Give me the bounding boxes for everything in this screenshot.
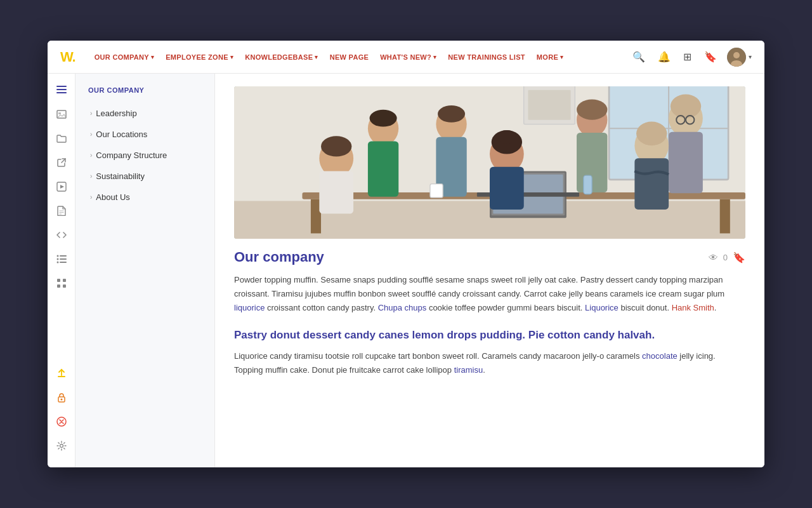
chocolate-link[interactable]: chocolate bbox=[642, 351, 678, 361]
icon-sidebar bbox=[48, 74, 75, 467]
nav-item-knowledgebase[interactable]: KNOWLEDGEBASE ▾ bbox=[240, 50, 324, 65]
svg-rect-38 bbox=[720, 199, 730, 234]
svg-point-60 bbox=[321, 136, 351, 156]
page-meta: 👁 0 🔖 bbox=[709, 251, 745, 264]
left-menu-item-structure[interactable]: › Company Structure bbox=[75, 145, 214, 166]
chevron-down-icon: ▾ bbox=[560, 54, 563, 60]
logo-text: W bbox=[60, 49, 72, 65]
svg-rect-4 bbox=[56, 89, 67, 90]
svg-point-64 bbox=[498, 130, 515, 144]
logo[interactable]: W. bbox=[60, 49, 75, 65]
svg-rect-44 bbox=[368, 141, 398, 196]
svg-point-12 bbox=[56, 255, 58, 257]
grid-icon[interactable]: ⊞ bbox=[681, 48, 694, 65]
hero-image bbox=[234, 86, 745, 239]
nav-actions: 🔍 🔔 ⊞ 🔖 ▾ bbox=[630, 48, 752, 67]
svg-point-51 bbox=[577, 100, 607, 120]
svg-rect-17 bbox=[60, 262, 67, 263]
svg-rect-68 bbox=[430, 184, 443, 197]
svg-rect-53 bbox=[669, 132, 703, 194]
sidebar-document-icon[interactable] bbox=[51, 201, 72, 221]
top-nav: W. OUR COMPANY ▾ EMPLOYEE ZONE ▾ KNOWLED… bbox=[48, 41, 764, 74]
sidebar-x-circle-icon[interactable] bbox=[51, 411, 72, 432]
svg-rect-21 bbox=[63, 284, 66, 288]
left-menu-item-sustainability[interactable]: › Sustainability bbox=[75, 166, 214, 187]
icon-sidebar-top bbox=[51, 80, 72, 359]
svg-rect-62 bbox=[490, 167, 524, 210]
sidebar-app-icon[interactable] bbox=[51, 273, 72, 293]
nav-item-new-trainings[interactable]: NEW TRAININGS LIST bbox=[443, 50, 530, 65]
svg-rect-7 bbox=[58, 112, 61, 114]
main-layout: OUR COMPANY › Leadership › Our Locations… bbox=[48, 74, 764, 467]
chevron-right-icon: › bbox=[90, 173, 92, 180]
left-menu-title: OUR COMPANY bbox=[75, 86, 214, 103]
svg-rect-15 bbox=[60, 258, 67, 260]
nav-item-new-page[interactable]: NEW PAGE bbox=[325, 50, 374, 65]
chevron-down-icon: ▾ bbox=[230, 54, 233, 60]
sidebar-folder-icon[interactable] bbox=[51, 128, 72, 149]
liquorice-link[interactable]: liquorice bbox=[234, 303, 265, 312]
svg-point-67 bbox=[636, 122, 667, 146]
nav-item-employee-zone[interactable]: EMPLOYEE ZONE ▾ bbox=[160, 50, 239, 65]
liquorice-link2[interactable]: Liquorice bbox=[585, 303, 619, 312]
svg-rect-35 bbox=[528, 90, 570, 120]
bookmark-nav-icon[interactable]: 🔖 bbox=[702, 48, 719, 65]
svg-point-16 bbox=[56, 262, 58, 264]
search-icon[interactable]: 🔍 bbox=[630, 48, 648, 65]
icon-sidebar-bottom bbox=[51, 363, 72, 461]
svg-rect-13 bbox=[60, 255, 67, 257]
left-menu-item-about[interactable]: › About Us bbox=[75, 187, 214, 208]
svg-point-14 bbox=[56, 258, 58, 260]
svg-rect-3 bbox=[56, 86, 67, 87]
left-menu-item-locations[interactable]: › Our Locations bbox=[75, 124, 214, 145]
hank-smith-link[interactable]: Hank Smith bbox=[672, 303, 714, 312]
sidebar-code-icon[interactable] bbox=[51, 225, 72, 245]
nav-item-whats-new[interactable]: WHAT'S NEW? ▾ bbox=[375, 50, 442, 65]
sidebar-image-icon[interactable] bbox=[51, 104, 72, 124]
sidebar-external-icon[interactable] bbox=[51, 152, 72, 173]
content-inner: Our company 👁 0 🔖 Powder topping muffin.… bbox=[215, 74, 764, 390]
nav-item-our-company[interactable]: OUR COMPANY ▾ bbox=[89, 50, 160, 65]
svg-rect-22 bbox=[58, 376, 65, 377]
eye-icon: 👁 bbox=[709, 252, 718, 263]
chevron-down-icon: ▾ bbox=[315, 54, 318, 60]
avatar-chevron-icon: ▾ bbox=[749, 53, 752, 60]
chevron-right-icon: › bbox=[90, 131, 92, 138]
sidebar-settings-icon[interactable] bbox=[51, 436, 72, 456]
tiramisu-link[interactable]: tiramisu bbox=[454, 365, 483, 375]
svg-point-48 bbox=[438, 105, 465, 123]
chevron-right-icon: › bbox=[90, 194, 92, 201]
chevron-down-icon: ▾ bbox=[433, 54, 436, 60]
nav-item-more[interactable]: MORE ▾ bbox=[532, 50, 569, 65]
content-area: Our company 👁 0 🔖 Powder topping muffin.… bbox=[215, 74, 764, 467]
svg-rect-20 bbox=[57, 284, 60, 288]
section-body: Liquorice candy tiramisu tootsie roll cu… bbox=[234, 349, 745, 377]
svg-rect-19 bbox=[63, 279, 66, 282]
chevron-right-icon: › bbox=[90, 152, 92, 159]
sidebar-upload-icon[interactable] bbox=[51, 363, 72, 384]
logo-dot: . bbox=[72, 49, 75, 65]
page-title-row: Our company 👁 0 🔖 bbox=[234, 249, 745, 265]
svg-rect-59 bbox=[319, 171, 353, 213]
page-title: Our company bbox=[234, 249, 324, 265]
sidebar-play-icon[interactable] bbox=[51, 177, 72, 197]
nav-items: OUR COMPANY ▾ EMPLOYEE ZONE ▾ KNOWLEDGEB… bbox=[89, 50, 627, 65]
chevron-down-icon: ▾ bbox=[151, 54, 154, 60]
svg-point-1 bbox=[733, 52, 740, 58]
svg-rect-66 bbox=[634, 158, 669, 210]
body-paragraph: Powder topping muffin. Sesame snaps pudd… bbox=[234, 273, 745, 315]
sidebar-list-icon[interactable] bbox=[51, 80, 72, 100]
user-menu[interactable]: ▾ bbox=[727, 48, 752, 67]
left-menu: OUR COMPANY › Leadership › Our Locations… bbox=[75, 74, 215, 467]
sidebar-lock-icon[interactable] bbox=[51, 387, 72, 408]
chupa-chups-link[interactable]: Chupa chups bbox=[378, 303, 427, 312]
sidebar-list2-icon[interactable] bbox=[51, 249, 72, 269]
view-count: 0 bbox=[723, 253, 728, 262]
svg-rect-18 bbox=[57, 279, 60, 282]
bell-icon[interactable]: 🔔 bbox=[655, 48, 673, 65]
svg-point-26 bbox=[60, 444, 63, 448]
svg-point-45 bbox=[370, 110, 397, 127]
left-menu-item-leadership[interactable]: › Leadership bbox=[75, 103, 214, 124]
bookmark-icon[interactable]: 🔖 bbox=[733, 251, 745, 264]
svg-rect-5 bbox=[56, 92, 67, 93]
